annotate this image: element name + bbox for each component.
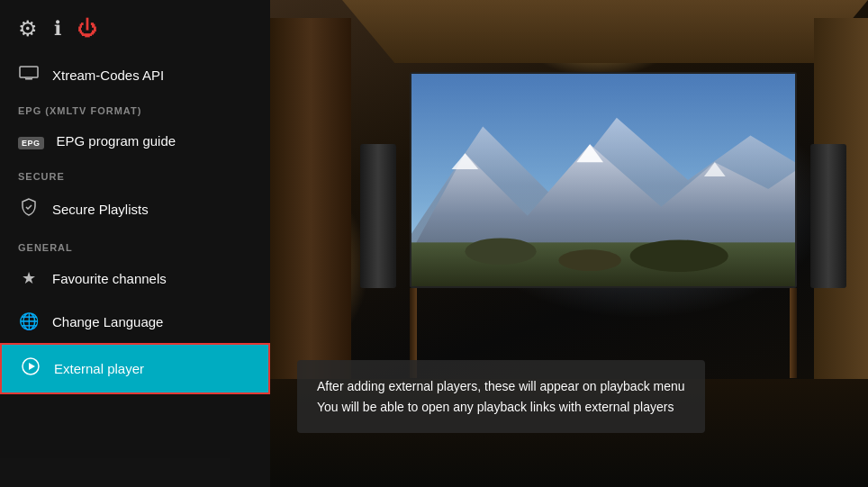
tv-icon (18, 66, 40, 85)
speaker-left (360, 144, 396, 288)
power-icon[interactable]: ⏻ (77, 17, 97, 41)
star-icon: ★ (18, 268, 40, 288)
general-section-label: GENERAL (0, 233, 270, 257)
epg-badge-icon: EPG (18, 131, 44, 150)
epg-section-label: EPG (XMLTV FORMAT) (0, 96, 270, 120)
svg-rect-1 (25, 78, 32, 80)
wall-left-panel (270, 18, 351, 397)
svg-point-13 (465, 238, 536, 265)
ceiling-panel (342, 0, 868, 63)
gear-icon[interactable]: ⚙ (18, 16, 38, 41)
sidebar: ⚙ ℹ ⏻ Xtream-Codes API EPG (XMLTV FORMAT… (0, 0, 270, 487)
epg-guide-label: EPG program guide (57, 133, 176, 149)
svg-marker-5 (29, 363, 35, 370)
info-line1: After adding external players, these wil… (317, 379, 685, 393)
sidebar-item-change-language[interactable]: 🌐 Change Language (0, 300, 270, 343)
sidebar-item-favourite-channels[interactable]: ★ Favourite channels (0, 257, 270, 300)
sidebar-item-epg-guide[interactable]: EPG EPG program guide (0, 120, 270, 162)
xtream-codes-label: Xtream-Codes API (52, 68, 164, 83)
sidebar-item-secure-playlists[interactable]: Secure Playlists (0, 185, 270, 233)
globe-icon: 🌐 (18, 311, 40, 331)
change-language-label: Change Language (52, 314, 163, 329)
shield-icon (18, 197, 40, 221)
tv-stand-right (790, 288, 797, 378)
info-box: After adding external players, these wil… (297, 360, 705, 433)
speaker-right (810, 144, 846, 288)
secure-playlists-label: Secure Playlists (52, 202, 149, 217)
sidebar-header: ⚙ ℹ ⏻ (0, 0, 270, 54)
secure-section-label: SECURE (0, 162, 270, 185)
sidebar-item-xtream-codes[interactable]: Xtream-Codes API (0, 54, 270, 96)
svg-point-15 (558, 249, 620, 271)
info-line2: You will be able to open any playback li… (317, 400, 674, 414)
tv-screen (410, 72, 797, 288)
external-player-label: External player (54, 361, 144, 376)
main-content: After adding external players, these wil… (270, 0, 868, 487)
svg-rect-0 (20, 67, 38, 77)
favourite-channels-label: Favourite channels (52, 271, 167, 286)
info-icon[interactable]: ℹ (54, 17, 61, 41)
play-circle-icon (20, 356, 41, 381)
sidebar-item-external-player[interactable]: External player (0, 343, 270, 394)
svg-point-14 (630, 239, 728, 272)
